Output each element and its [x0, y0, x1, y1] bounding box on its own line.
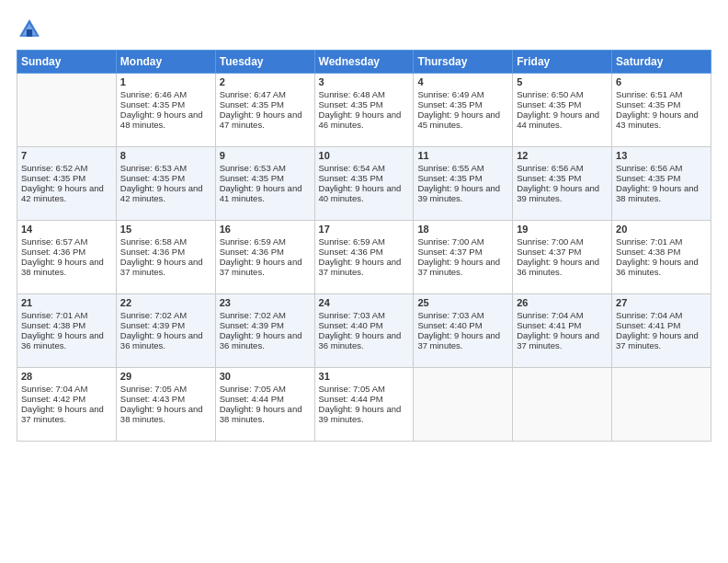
sunrise-text: Sunrise: 7:05 AM [120, 384, 211, 394]
sunset-text: Sunset: 4:38 PM [616, 247, 707, 257]
calendar-table: SundayMondayTuesdayWednesdayThursdayFrid… [17, 50, 711, 442]
day-number: 28 [21, 371, 112, 382]
day-cell: 28Sunrise: 7:04 AMSunset: 4:42 PMDayligh… [17, 368, 117, 442]
sunrise-text: Sunrise: 6:51 AM [616, 89, 707, 99]
sunset-text: Sunset: 4:35 PM [616, 173, 707, 183]
day-number: 1 [120, 76, 211, 87]
daylight-text: Daylight: 9 hours and 38 minutes. [21, 257, 112, 277]
sunrise-text: Sunrise: 6:56 AM [616, 163, 707, 173]
logo-icon [17, 17, 42, 42]
sunset-text: Sunset: 4:35 PM [120, 173, 211, 183]
daylight-text: Daylight: 9 hours and 37 minutes. [616, 330, 707, 350]
col-header-friday: Friday [513, 51, 612, 74]
daylight-text: Daylight: 9 hours and 37 minutes. [21, 404, 112, 424]
day-cell: 31Sunrise: 7:05 AMSunset: 4:44 PMDayligh… [314, 368, 414, 442]
daylight-text: Daylight: 9 hours and 37 minutes. [517, 330, 608, 350]
day-number: 12 [517, 150, 608, 161]
daylight-text: Daylight: 9 hours and 43 minutes. [616, 109, 707, 130]
sunset-text: Sunset: 4:38 PM [21, 320, 112, 330]
sunrise-text: Sunrise: 7:00 AM [517, 236, 608, 247]
sunrise-text: Sunrise: 7:03 AM [417, 310, 508, 320]
day-number: 7 [21, 150, 112, 161]
col-header-sunday: Sunday [17, 51, 117, 74]
week-row-1: 1Sunrise: 6:46 AMSunset: 4:35 PMDaylight… [17, 74, 711, 147]
header [17, 17, 711, 42]
day-cell: 6Sunrise: 6:51 AMSunset: 4:35 PMDaylight… [612, 74, 711, 147]
day-number: 15 [120, 224, 211, 235]
daylight-text: Daylight: 9 hours and 36 minutes. [21, 330, 112, 350]
daylight-text: Daylight: 9 hours and 36 minutes. [220, 330, 311, 350]
day-cell: 8Sunrise: 6:53 AMSunset: 4:35 PMDaylight… [116, 147, 215, 221]
sunset-text: Sunset: 4:35 PM [417, 99, 508, 109]
day-cell: 7Sunrise: 6:52 AMSunset: 4:35 PMDaylight… [17, 147, 117, 221]
sunrise-text: Sunrise: 6:57 AM [21, 236, 112, 247]
daylight-text: Daylight: 9 hours and 38 minutes. [220, 404, 311, 424]
sunset-text: Sunset: 4:42 PM [21, 394, 112, 404]
day-cell: 12Sunrise: 6:56 AMSunset: 4:35 PMDayligh… [513, 147, 612, 221]
sunset-text: Sunset: 4:35 PM [120, 99, 211, 109]
daylight-text: Daylight: 9 hours and 40 minutes. [319, 183, 410, 203]
sunrise-text: Sunrise: 7:05 AM [220, 384, 311, 394]
day-number: 11 [417, 150, 508, 161]
week-row-4: 21Sunrise: 7:01 AMSunset: 4:38 PMDayligh… [17, 294, 711, 368]
day-cell: 19Sunrise: 7:00 AMSunset: 4:37 PMDayligh… [513, 221, 612, 294]
daylight-text: Daylight: 9 hours and 36 minutes. [616, 257, 707, 277]
day-number: 29 [120, 371, 211, 382]
day-number: 2 [220, 76, 311, 87]
sunrise-text: Sunrise: 6:58 AM [120, 236, 211, 247]
day-cell: 3Sunrise: 6:48 AMSunset: 4:35 PMDaylight… [314, 74, 414, 147]
sunrise-text: Sunrise: 6:54 AM [319, 163, 410, 173]
sunrise-text: Sunrise: 7:04 AM [21, 384, 112, 394]
daylight-text: Daylight: 9 hours and 44 minutes. [517, 109, 608, 130]
day-cell [612, 368, 711, 442]
daylight-text: Daylight: 9 hours and 36 minutes. [319, 330, 410, 350]
sunset-text: Sunset: 4:35 PM [517, 173, 608, 183]
col-header-wednesday: Wednesday [314, 51, 414, 74]
sunrise-text: Sunrise: 7:04 AM [616, 310, 707, 320]
day-cell: 18Sunrise: 7:00 AMSunset: 4:37 PMDayligh… [414, 221, 513, 294]
sunrise-text: Sunrise: 7:02 AM [120, 310, 211, 320]
day-cell: 20Sunrise: 7:01 AMSunset: 4:38 PMDayligh… [612, 221, 711, 294]
day-number: 25 [417, 297, 508, 308]
day-cell: 2Sunrise: 6:47 AMSunset: 4:35 PMDaylight… [215, 74, 314, 147]
day-number: 4 [417, 76, 508, 87]
day-cell: 4Sunrise: 6:49 AMSunset: 4:35 PMDaylight… [414, 74, 513, 147]
day-cell: 30Sunrise: 7:05 AMSunset: 4:44 PMDayligh… [215, 368, 314, 442]
day-cell: 17Sunrise: 6:59 AMSunset: 4:36 PMDayligh… [314, 221, 414, 294]
sunrise-text: Sunrise: 6:53 AM [120, 163, 211, 173]
daylight-text: Daylight: 9 hours and 46 minutes. [319, 109, 410, 130]
day-number: 8 [120, 150, 211, 161]
sunrise-text: Sunrise: 6:56 AM [517, 163, 608, 173]
sunset-text: Sunset: 4:43 PM [120, 394, 211, 404]
daylight-text: Daylight: 9 hours and 38 minutes. [616, 183, 707, 203]
sunrise-text: Sunrise: 6:50 AM [517, 89, 608, 99]
day-cell: 15Sunrise: 6:58 AMSunset: 4:36 PMDayligh… [116, 221, 215, 294]
daylight-text: Daylight: 9 hours and 37 minutes. [417, 257, 508, 277]
header-row: SundayMondayTuesdayWednesdayThursdayFrid… [17, 51, 711, 74]
daylight-text: Daylight: 9 hours and 45 minutes. [417, 109, 508, 130]
sunrise-text: Sunrise: 6:59 AM [319, 236, 410, 247]
daylight-text: Daylight: 9 hours and 47 minutes. [220, 109, 311, 130]
sunset-text: Sunset: 4:37 PM [417, 247, 508, 257]
day-number: 27 [616, 297, 707, 308]
sunrise-text: Sunrise: 6:53 AM [220, 163, 311, 173]
day-number: 17 [319, 224, 410, 235]
day-number: 5 [517, 76, 608, 87]
sunset-text: Sunset: 4:39 PM [120, 320, 211, 330]
col-header-monday: Monday [116, 51, 215, 74]
day-number: 26 [517, 297, 608, 308]
daylight-text: Daylight: 9 hours and 39 minutes. [417, 183, 508, 203]
sunrise-text: Sunrise: 7:03 AM [319, 310, 410, 320]
sunrise-text: Sunrise: 7:05 AM [319, 384, 410, 394]
sunset-text: Sunset: 4:41 PM [517, 320, 608, 330]
svg-rect-2 [27, 29, 32, 37]
sunset-text: Sunset: 4:40 PM [319, 320, 410, 330]
sunrise-text: Sunrise: 7:01 AM [616, 236, 707, 247]
col-header-saturday: Saturday [612, 51, 711, 74]
day-cell: 23Sunrise: 7:02 AMSunset: 4:39 PMDayligh… [215, 294, 314, 368]
day-number: 31 [319, 371, 410, 382]
day-number: 10 [319, 150, 410, 161]
day-cell: 14Sunrise: 6:57 AMSunset: 4:36 PMDayligh… [17, 221, 117, 294]
daylight-text: Daylight: 9 hours and 37 minutes. [319, 257, 410, 277]
sunset-text: Sunset: 4:44 PM [319, 394, 410, 404]
